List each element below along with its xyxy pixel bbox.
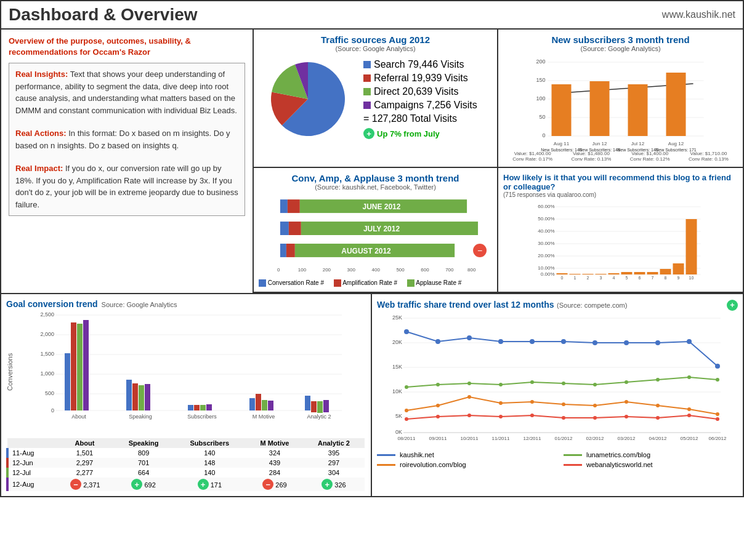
svg-point-138 (404, 329, 409, 334)
svg-point-139 (435, 339, 440, 344)
svg-text:09/2011: 09/2011 (429, 436, 447, 441)
legend-search: Search 79,446 Visits (363, 59, 477, 70)
legend-webanalyticsworld: webanalyticsworld.net (564, 461, 738, 468)
conv-chart: 0 100 200 300 400 500 600 700 800 (259, 194, 492, 287)
web-traffic-panel: Web traffic share trend over last 12 mon… (372, 294, 743, 496)
svg-rect-96 (132, 383, 138, 410)
svg-point-159 (716, 378, 719, 382)
svg-point-170 (716, 412, 719, 416)
svg-text:2,500: 2,500 (40, 311, 54, 318)
svg-text:1,500: 1,500 (40, 351, 54, 357)
svg-rect-58 (583, 274, 594, 274)
svg-text:08/2011: 08/2011 (398, 436, 416, 441)
search-dot (363, 61, 371, 68)
svg-point-155 (593, 383, 597, 386)
svg-point-161 (436, 404, 440, 407)
svg-rect-63 (647, 272, 658, 274)
svg-text:10K: 10K (392, 388, 402, 394)
traffic-sources-panel: Traffic sources Aug 2012 (Source: Google… (254, 30, 498, 168)
row-label-aug12: 12-Aug (7, 478, 56, 491)
recommend-chart: 60.00% 50.00% 40.00% 30.00% 20.00% 10.00… (503, 201, 738, 283)
svg-text:500: 500 (45, 390, 54, 396)
svg-text:0K: 0K (395, 429, 402, 435)
conv-title: Conv, Amp, & Applause 3 month trend (259, 173, 492, 183)
svg-rect-61 (621, 272, 633, 274)
svg-point-163 (499, 401, 503, 405)
svg-point-166 (593, 404, 597, 407)
svg-text:150: 150 (536, 77, 545, 83)
svg-text:About: About (71, 414, 86, 420)
svg-point-144 (592, 340, 597, 345)
svg-text:Speaking: Speaking (129, 414, 152, 420)
svg-text:0.00%: 0.00% (541, 271, 555, 277)
svg-text:60.00%: 60.00% (538, 204, 554, 209)
conv-legend-conv: Conversation Rate # (259, 279, 324, 287)
svg-point-152 (499, 383, 503, 386)
svg-text:0: 0 (277, 267, 280, 273)
svg-text:30.00%: 30.00% (538, 241, 554, 246)
svg-text:AUGUST 2012: AUGUST 2012 (341, 247, 391, 255)
table-row-jul12: 12-Jul 2,277 664 140 284 304 (7, 468, 365, 478)
svg-text:200: 200 (323, 267, 331, 273)
subscribers-chart: 200 150 100 50 0 A (503, 56, 738, 162)
up-icon-aug12-subs: + (198, 479, 209, 490)
svg-text:100: 100 (298, 267, 307, 273)
direct-label: Direct 20,639 Visits (374, 86, 459, 97)
svg-rect-64 (660, 269, 671, 274)
svg-point-165 (562, 402, 565, 406)
legend-campaigns: Campaigns 7,256 Visits (363, 100, 477, 111)
svg-rect-102 (200, 405, 206, 410)
webtraffic-legend: kaushik.net lunametrics.com/blog roirevo… (377, 451, 738, 468)
svg-text:12/2011: 12/2011 (524, 436, 541, 441)
svg-text:5: 5 (626, 276, 628, 280)
svg-text:Aug 11: Aug 11 (554, 141, 570, 146)
svg-text:Jun 12: Jun 12 (592, 141, 607, 146)
svg-point-168 (656, 404, 660, 407)
referral-label: Referral 19,939 Visits (374, 73, 468, 84)
svg-text:03/2012: 03/2012 (618, 436, 636, 441)
svg-text:800: 800 (467, 267, 476, 273)
bar-aug12 (666, 73, 686, 136)
svg-point-149 (405, 385, 408, 389)
bar-aug11 (552, 84, 572, 136)
legend-kaushik: kaushik.net (377, 451, 551, 458)
webtraffic-chart: 25K 20K 15K 10K 5K 0K 08/2011 0 (377, 311, 738, 449)
svg-text:400: 400 (372, 267, 381, 273)
svg-rect-28 (280, 199, 288, 213)
down-icon-aug12-about: − (70, 479, 81, 490)
col-header-about: About (56, 438, 114, 448)
svg-point-143 (561, 339, 566, 344)
subscribers-subtitle: (Source: Google Analytics) (503, 45, 738, 52)
svg-point-157 (656, 378, 660, 382)
svg-text:200: 200 (536, 58, 545, 65)
svg-point-169 (687, 407, 691, 411)
svg-point-167 (625, 400, 628, 404)
svg-text:500: 500 (396, 267, 405, 273)
goal-data-table: About Speaking Subscribers M Motive Anal… (6, 438, 366, 491)
svg-rect-59 (596, 274, 607, 274)
svg-point-154 (562, 382, 565, 385)
col-header-mmotive: M Motive (246, 438, 303, 448)
real-insights-label: Real Insights: (15, 70, 68, 79)
svg-rect-101 (194, 405, 200, 410)
col-header-subscribers: Subscribers (173, 438, 246, 448)
svg-rect-65 (673, 263, 684, 274)
svg-point-141 (498, 339, 503, 344)
svg-text:50.00%: 50.00% (538, 216, 554, 222)
campaigns-dot (363, 102, 371, 109)
svg-rect-91 (71, 322, 76, 410)
svg-point-164 (530, 400, 534, 404)
goal-bar-chart: 2,500 2,000 1,500 1,000 500 0 (16, 309, 366, 434)
svg-point-153 (530, 380, 534, 384)
svg-rect-36 (280, 244, 286, 257)
svg-text:JULY 2012: JULY 2012 (363, 225, 400, 233)
svg-point-147 (687, 339, 692, 344)
svg-text:600: 600 (421, 267, 429, 273)
svg-text:20K: 20K (392, 339, 402, 345)
svg-rect-100 (188, 405, 193, 410)
svg-text:Analytic 2: Analytic 2 (307, 414, 331, 420)
svg-text:6: 6 (639, 276, 641, 280)
svg-text:01/2012: 01/2012 (555, 436, 573, 441)
svg-text:10: 10 (689, 276, 694, 280)
svg-rect-93 (83, 320, 89, 410)
